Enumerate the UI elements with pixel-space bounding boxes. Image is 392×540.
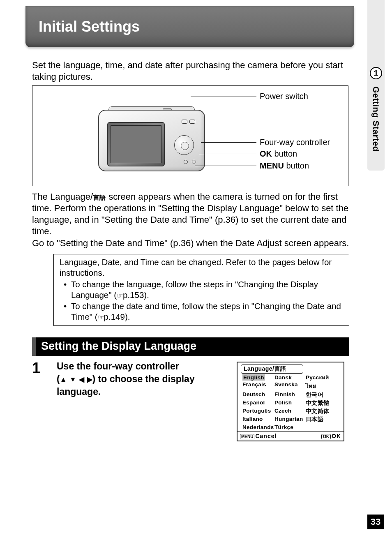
lang-option: Italiano [242,416,274,423]
menu-icon: MENU [240,434,254,439]
pointer-icon: ☞ [117,291,123,300]
camera-diagram: Power switch Four-way controller OK butt… [32,85,348,186]
lang-option: Dansk [274,374,306,381]
page-number: 33 [367,515,384,529]
body-paragraph-2: Go to "Setting the Date and Time" (p.36)… [32,238,349,249]
leader-line [201,142,256,143]
lang-option: 日本語 [306,416,340,423]
lang-option: Português [242,408,274,415]
lang-option: Русский [306,374,340,381]
label-four-way: Four-way controller [260,138,330,147]
note-item-2: To change the date and time, follow the … [60,301,344,322]
step-number: 1 [32,360,57,376]
lang-option: Español [242,399,274,407]
step-instruction: Use the four-way controller (▲ ▼ ◀ ▶) to… [57,360,229,398]
lang-screen-footer: MENUCancel OKOK [238,432,344,441]
lang-screen-title: Language/言語 [241,365,303,374]
ok-confirm: OKOK [321,433,341,439]
lang-option: Finnish [274,391,306,399]
lang-option: English [242,374,274,381]
language-kanji-icon: 言語 [93,194,106,201]
ok-icon: OK [321,434,331,439]
leader-line [195,166,256,166]
step-1-row: 1 Use the four-way controller (▲ ▼ ◀ ▶) … [32,360,349,441]
section-heading: Setting the Display Language [32,337,349,356]
pointer-icon: ☞ [98,313,104,322]
camera-top-buttons [182,120,195,124]
camera-body [98,110,205,171]
camera-illustration [98,106,211,172]
label-power-switch: Power switch [260,92,308,101]
lang-option: Türkçe [274,424,306,430]
page-content: Initial Settings Set the language, time,… [0,0,366,540]
lang-option: ไทย [306,381,340,390]
note-item-1: To change the language, follow the steps… [60,279,344,300]
page-title-bar: Initial Settings [25,6,354,47]
label-ok-button: OK button [260,149,297,159]
lang-option: Français [242,381,274,390]
lang-option: 中文简体 [306,408,340,415]
lang-option: Polish [274,399,306,407]
lang-option: 한국어 [306,391,340,399]
camera-lcd [107,122,165,166]
side-tab-strip: 1 Getting Started [366,0,392,540]
leader-line [191,97,256,97]
page-title: Initial Settings [39,18,140,35]
lang-option: Deutsch [242,391,274,399]
language-selection-screen: Language/言語 English Dansk Русский França… [237,362,344,441]
chapter-number-badge: 1 [370,67,382,79]
camera-controller-pad [174,135,194,155]
lang-option: Czech [274,408,306,415]
intro-paragraph: Set the language, time, and date after p… [32,60,348,82]
lang-option: 中文繁體 [306,399,340,407]
lang-option: Svenska [274,381,306,390]
body-paragraph-1: The Language/言語 screen appears when the … [32,191,349,238]
lang-grid: English Dansk Русский Français Svenska ไ… [238,374,344,432]
note-lead: Language, Date, and Time can be changed.… [60,257,344,278]
camera-bottom-buttons [184,160,196,164]
lang-option: Hungarian [274,416,306,423]
label-menu-button: MENU button [260,161,309,171]
lang-option [306,424,340,430]
note-box: Language, Date, and Time can be changed.… [53,254,349,326]
lang-option: Nederlands [242,424,274,430]
chapter-label: Getting Started [371,86,381,152]
menu-cancel: MENUCancel [240,433,277,439]
leader-line [199,154,256,154]
